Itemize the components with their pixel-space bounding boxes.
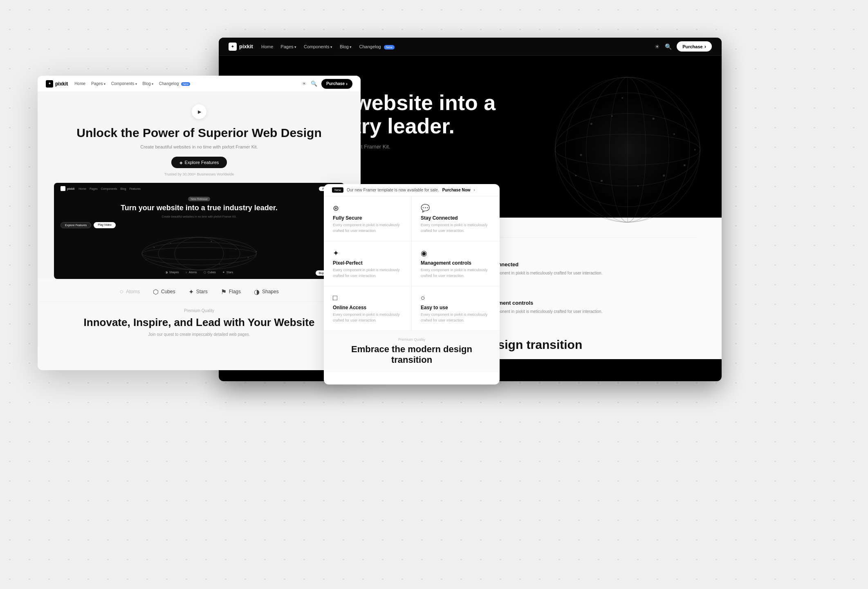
nav-links-back: Home Pages Components Blog Changelog New (261, 44, 646, 49)
fc-br-4: □ Online Access Every component in pixki… (324, 286, 412, 331)
ft-flags-label: Flags (229, 289, 241, 294)
nd-logo-icon (61, 186, 65, 191)
fc-title-br-3: Management controls (421, 260, 491, 266)
fc-icon-br-1: 💬 (421, 204, 491, 213)
nav-blog-back[interactable]: Blog (340, 44, 352, 49)
ft-stars[interactable]: ✦ Stars (188, 288, 208, 296)
nd-feat-cubes: ⬡Cubes (204, 271, 216, 274)
svg-point-24 (142, 247, 256, 260)
fc-icon-br-3: ◉ (421, 249, 491, 258)
navbar-front: pixkit Home Pages Components Blog Change… (38, 76, 361, 92)
fc-title-back-3: Management controls (478, 300, 697, 306)
fc-title-br-0: Fully Secure (333, 215, 402, 221)
nav-changelog-back[interactable]: Changelog New (359, 44, 394, 49)
nd-explore-btn: Explore Features (61, 222, 91, 228)
logo-icon-back (229, 43, 237, 51)
shape-icon-front: ◑ (254, 288, 260, 296)
fc-br-0: ⊛ Fully Secure Every component in pixkit… (324, 196, 412, 241)
svg-point-16 (637, 185, 639, 187)
svg-point-32 (256, 251, 257, 252)
sun-icon-back[interactable]: ☀ (655, 43, 660, 50)
nd-logo-text: pixkit (67, 187, 74, 191)
new-badge-br: New (332, 187, 343, 193)
search-icon-front[interactable]: 🔍 (311, 81, 317, 87)
ft-shapes-label: Shapes (262, 289, 279, 294)
fc-title-br-1: Stay Connected (421, 215, 491, 221)
features-grid-br: ⊛ Fully Secure Every component in pixkit… (324, 196, 500, 331)
nd-blog: Blog (120, 187, 126, 190)
svg-point-25 (142, 242, 256, 265)
nd-play-btn: Play Video (94, 222, 115, 228)
ft-stars-label: Stars (196, 289, 208, 294)
nav-blog-front[interactable]: Blog (143, 81, 153, 86)
nd-feat-shapes: ◑Shapes (165, 271, 179, 274)
fc-icon-br-2: ✦ (333, 249, 402, 258)
nav-changelog-front[interactable]: Changelog New (159, 81, 190, 86)
logo-front: pixkit (46, 80, 68, 88)
purchase-button-front[interactable]: Purchase (321, 79, 352, 89)
play-btn-circle-front[interactable] (192, 104, 206, 119)
fc-desc-br-1: Every component in pixkit is meticulousl… (421, 223, 491, 234)
card-bottom-right: New Our new Framer template is now avail… (324, 184, 500, 384)
fc-br-3: ◉ Management controls Every component in… (412, 241, 500, 286)
ft-cubes-label: Cubes (161, 289, 175, 294)
nd-features: Features (130, 187, 141, 190)
nd-home: Home (79, 187, 86, 190)
nav-components-front[interactable]: Components (111, 81, 137, 86)
search-icon-back[interactable]: 🔍 (665, 43, 672, 50)
ft-cubes[interactable]: ⬡ Cubes (153, 288, 175, 296)
fc-desc-back-1: Every component in pixkit is meticulousl… (478, 270, 697, 276)
svg-point-10 (611, 115, 613, 117)
pq-label-front: Premium Quality (54, 308, 344, 313)
svg-point-18 (621, 97, 623, 99)
fc-icon-back-1: 💬 (478, 247, 697, 257)
purchase-button-back[interactable]: Purchase (677, 41, 712, 52)
fc-icon-br-4: □ (333, 294, 402, 302)
fc-br-2: ✦ Pixel-Perfect Every component in pixki… (324, 241, 412, 286)
nav-pages-front[interactable]: Pages (91, 81, 105, 86)
ft-atoms[interactable]: ○ Atoms (119, 288, 140, 295)
globe-area-back (550, 72, 705, 227)
hero-title-front: Unlock the Power of Superior Web Design (76, 126, 322, 140)
fc-icon-br-0: ⊛ (333, 204, 402, 213)
nav-home-back[interactable]: Home (261, 44, 273, 49)
svg-point-33 (219, 263, 220, 264)
nd-nav: pixkit Home Pages Components Blog Featur… (61, 186, 338, 191)
fc-br-5: ○ Easy to use Every component in pixkit … (412, 286, 500, 331)
svg-point-12 (673, 133, 675, 135)
logo-back: pixkit (229, 43, 253, 51)
nav-components-back[interactable]: Components (304, 44, 332, 49)
nav-badge-back: New (384, 45, 395, 49)
purchase-now-br[interactable]: Purchase Now (442, 188, 471, 192)
ft-flags[interactable]: ⚑ Flags (221, 288, 241, 296)
nd-globe-area: ◑Shapes ○Atoms ⬡Cubes ✦Stars (61, 233, 338, 274)
fc-desc-br-0: Every component in pixkit is meticulousl… (333, 223, 402, 234)
pq-label-br: Premium Quality (333, 337, 491, 342)
svg-point-11 (653, 117, 655, 119)
ft-shapes[interactable]: ◑ Shapes (254, 288, 279, 296)
logo-icon-front (46, 80, 53, 88)
svg-point-30 (248, 257, 249, 258)
pq-title-br: Embrace the modern design transition (333, 344, 491, 366)
nav-pages-back[interactable]: Pages (280, 44, 296, 49)
fc-icon-back-3: ◉ (478, 286, 697, 296)
purchase-arrow-br: › (474, 188, 475, 192)
nav-links-front: Home Pages Components Blog Changelog New (74, 81, 295, 86)
fc-desc-br-2: Every component in pixkit is meticulousl… (333, 268, 402, 279)
svg-point-29 (236, 249, 236, 250)
logo-text-front: pixkit (55, 81, 68, 87)
nd-links: Home Pages Components Blog Features (79, 187, 141, 190)
explore-btn-front[interactable]: Explore Features (171, 157, 227, 168)
fc-title-back-1: Stay Connected (478, 261, 697, 268)
nav-home-front[interactable]: Home (74, 81, 85, 86)
fc-desc-br-4: Every component in pixkit is meticulousl… (333, 312, 402, 323)
fc-icon-br-5: ○ (421, 294, 491, 302)
svg-point-17 (601, 180, 603, 182)
ft-atoms-label: Atoms (126, 289, 140, 294)
sun-icon-front[interactable]: ☀ (302, 81, 307, 87)
nd-badge: New Release (188, 197, 210, 201)
svg-point-15 (663, 175, 665, 177)
svg-point-28 (211, 241, 212, 242)
fc-title-br-2: Pixel-Perfect (333, 260, 402, 266)
fc-desc-br-5: Every component in pixkit is meticulousl… (421, 312, 491, 323)
